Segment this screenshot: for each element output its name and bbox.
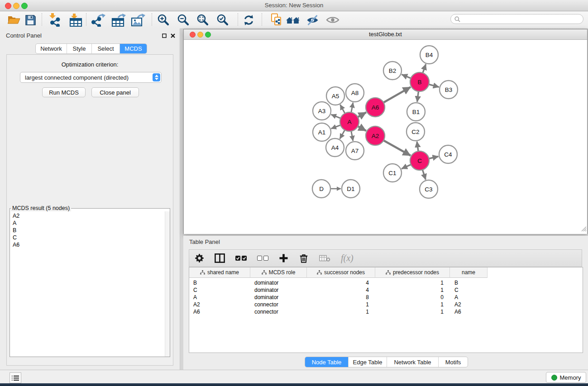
table-cell[interactable]: 0 bbox=[375, 294, 450, 300]
float-panel-icon[interactable] bbox=[161, 33, 167, 39]
export-table-button[interactable] bbox=[110, 12, 127, 28]
save-session-button[interactable] bbox=[22, 12, 38, 28]
optimization-criterion-select[interactable]: largest connected component (directed) bbox=[20, 72, 162, 83]
deselect-all-button[interactable] bbox=[257, 252, 268, 265]
result-list-item[interactable]: B bbox=[13, 227, 165, 234]
graph-node-C2[interactable]: C2 bbox=[406, 123, 425, 141]
table-cell[interactable]: 1 bbox=[375, 280, 450, 286]
table-cell[interactable]: connector bbox=[250, 301, 307, 308]
result-list-item[interactable]: C bbox=[13, 234, 165, 241]
graph-node-A6[interactable]: A6 bbox=[366, 98, 385, 117]
graph-node-B2[interactable]: B2 bbox=[383, 62, 402, 80]
column-header-mcds-role[interactable]: MCDS role bbox=[250, 267, 307, 278]
table-row[interactable]: A6connector11A6 bbox=[189, 308, 583, 315]
table-cell[interactable]: B bbox=[189, 280, 250, 286]
open-session-button[interactable] bbox=[6, 12, 22, 28]
task-history-button[interactable] bbox=[10, 372, 21, 383]
delete-column-button[interactable] bbox=[299, 252, 309, 265]
table-cell[interactable]: dominator bbox=[250, 287, 307, 293]
close-panel-button[interactable]: Close panel bbox=[91, 87, 139, 97]
tab-network[interactable]: Network bbox=[36, 44, 67, 53]
graph-node-B4[interactable]: B4 bbox=[420, 46, 438, 64]
table-cell[interactable]: A6 bbox=[450, 309, 488, 315]
table-cell[interactable]: connector bbox=[250, 309, 307, 315]
resize-grip-icon[interactable] bbox=[581, 225, 587, 234]
result-list-item[interactable]: A2 bbox=[13, 212, 165, 219]
select-all-button[interactable] bbox=[235, 252, 247, 265]
graph-node-C[interactable]: C bbox=[410, 151, 429, 170]
column-header-shared-name[interactable]: shared name bbox=[189, 267, 250, 278]
graph-node-A4[interactable]: A4 bbox=[326, 138, 344, 157]
column-header-name[interactable]: name bbox=[450, 267, 488, 278]
table-cell[interactable]: 1 bbox=[375, 309, 450, 315]
export-image-button[interactable] bbox=[130, 12, 146, 28]
graph-node-A3[interactable]: A3 bbox=[313, 102, 331, 120]
tab-edge-table[interactable]: Edge Table bbox=[349, 357, 387, 367]
graph-node-D[interactable]: D bbox=[312, 180, 330, 198]
network-canvas[interactable]: B4B2BB3A5A8A6A3AB1A1C2A2A4A7C4CC1C3DD1 bbox=[184, 40, 587, 234]
import-table-button[interactable] bbox=[67, 12, 84, 28]
table-cell[interactable]: A2 bbox=[189, 301, 250, 308]
graph-node-A8[interactable]: A8 bbox=[346, 84, 364, 102]
tab-node-table[interactable]: Node Table bbox=[305, 357, 349, 367]
table-row[interactable]: A2connector11A2 bbox=[189, 301, 583, 308]
home-view-button[interactable] bbox=[285, 12, 301, 28]
graph-node-B[interactable]: B bbox=[410, 72, 429, 91]
zoom-in-button[interactable] bbox=[155, 12, 172, 28]
graph-node-A7[interactable]: A7 bbox=[346, 142, 364, 160]
table-cell[interactable]: 4 bbox=[307, 280, 375, 286]
graph-node-B3[interactable]: B3 bbox=[440, 81, 458, 99]
result-scrollbar[interactable] bbox=[165, 211, 170, 357]
search-input[interactable] bbox=[463, 15, 579, 23]
column-header-successor-nodes[interactable]: successor nodes bbox=[307, 267, 375, 278]
export-network-button[interactable] bbox=[91, 12, 107, 28]
graph-node-A1[interactable]: A1 bbox=[313, 123, 331, 141]
table-row[interactable]: Cdominator41C bbox=[189, 286, 583, 294]
table-cell[interactable]: B bbox=[450, 280, 488, 286]
graph-node-A5[interactable]: A5 bbox=[326, 87, 344, 105]
table-cell[interactable]: 8 bbox=[307, 294, 375, 300]
table-cell[interactable]: A2 bbox=[450, 301, 488, 308]
function-builder-button[interactable]: f(x) bbox=[341, 252, 354, 265]
graph-node-A2[interactable]: A2 bbox=[366, 126, 385, 145]
table-cell[interactable]: A bbox=[450, 294, 488, 300]
table-row[interactable]: Bdominator41B bbox=[189, 279, 583, 286]
column-header-predecessor-nodes[interactable]: predecessor nodes bbox=[375, 267, 450, 278]
table-cell[interactable]: dominator bbox=[250, 280, 307, 286]
graph-node-A[interactable]: A bbox=[340, 112, 359, 131]
tab-mcds[interactable]: MCDS bbox=[120, 44, 147, 53]
delete-table-button[interactable] bbox=[319, 252, 330, 265]
tab-motifs[interactable]: Motifs bbox=[439, 357, 468, 367]
table-cell[interactable]: dominator bbox=[250, 294, 307, 300]
tab-select[interactable]: Select bbox=[92, 44, 120, 53]
table-cell[interactable]: 1 bbox=[375, 301, 450, 308]
zoom-fit-button[interactable] bbox=[195, 12, 211, 28]
table-cell[interactable]: 1 bbox=[307, 301, 375, 308]
table-cell[interactable]: 1 bbox=[307, 309, 375, 315]
network-window-titlebar[interactable]: testGlobe.txt bbox=[184, 29, 587, 40]
table-cell[interactable]: A6 bbox=[189, 309, 250, 315]
result-list-item[interactable]: A6 bbox=[13, 241, 165, 248]
graph-node-C4[interactable]: C4 bbox=[439, 145, 457, 163]
import-network-button[interactable] bbox=[47, 12, 63, 28]
close-panel-icon[interactable] bbox=[170, 33, 176, 39]
tab-style[interactable]: Style bbox=[67, 44, 92, 53]
graph-node-C1[interactable]: C1 bbox=[383, 164, 402, 182]
table-settings-button[interactable] bbox=[195, 252, 204, 265]
add-column-button[interactable] bbox=[279, 252, 288, 265]
table-cell[interactable]: 4 bbox=[307, 287, 375, 293]
show-columns-button[interactable] bbox=[215, 252, 225, 265]
refresh-view-button[interactable] bbox=[240, 12, 257, 28]
graph-node-C3[interactable]: C3 bbox=[420, 180, 438, 198]
show-panel-button[interactable] bbox=[325, 12, 341, 28]
zoom-selected-button[interactable] bbox=[215, 12, 231, 28]
graph-node-B1[interactable]: B1 bbox=[407, 103, 425, 121]
hide-panel-button[interactable] bbox=[304, 12, 320, 28]
table-cell[interactable]: 1 bbox=[375, 287, 450, 293]
memory-button[interactable]: Memory bbox=[546, 372, 586, 383]
zoom-out-button[interactable] bbox=[175, 12, 191, 28]
run-mcds-button[interactable]: Run MCDS bbox=[42, 87, 86, 97]
table-row[interactable]: Adominator80A bbox=[189, 294, 583, 301]
table-cell[interactable]: A bbox=[189, 294, 250, 300]
table-cell[interactable]: C bbox=[450, 287, 488, 293]
